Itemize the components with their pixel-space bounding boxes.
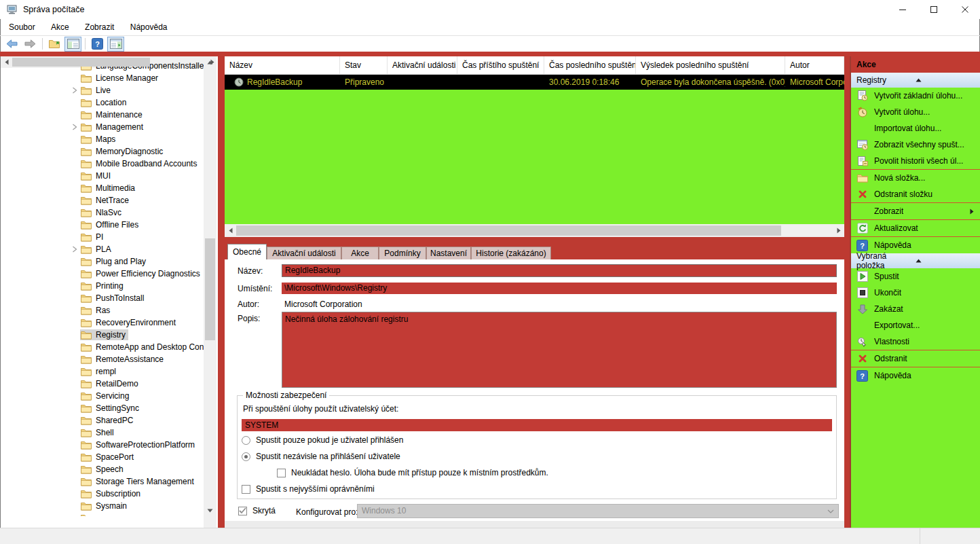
collapse-icon[interactable] [916, 78, 975, 82]
menu-napoveda[interactable]: Nápověda [124, 19, 174, 35]
tree-item-core[interactable]: Servicing [80, 391, 132, 401]
radio-run-independent[interactable] [242, 452, 250, 461]
tree-item-core[interactable]: Mobile Broadband Accounts [80, 158, 200, 169]
tree-item-core[interactable]: Power Efficiency Diagnostics [80, 268, 203, 279]
tree-item-core[interactable]: RemoteApp and Desktop Connections [80, 342, 204, 352]
back-button[interactable] [3, 37, 20, 52]
task-row[interactable]: RegIdleBackupPřipraveno30.06.2019 0:18:4… [225, 75, 844, 90]
tree-item[interactable]: Maps [1, 133, 204, 145]
configure-for-dropdown[interactable]: Windows 10 [357, 504, 839, 518]
tree-item[interactable]: RemoteApp and Desktop Connections [1, 341, 204, 353]
tree-item-core[interactable]: SharedPC [80, 415, 136, 426]
tree-item-core[interactable]: Multimedia [80, 183, 138, 194]
expand-arrow-icon[interactable] [69, 85, 80, 96]
tree-item[interactable]: Printing [1, 280, 204, 292]
checkbox-hidden[interactable] [238, 507, 247, 515]
tree-item[interactable] [1, 512, 204, 516]
tree-item-core[interactable]: RetailDemo [80, 378, 141, 389]
tree-item[interactable]: Servicing [1, 390, 204, 402]
tree-item-core[interactable] [80, 513, 98, 517]
column-header-n-zev[interactable]: Název [225, 56, 340, 74]
collapse-icon[interactable] [916, 259, 975, 263]
tree-item[interactable]: rempl [1, 365, 204, 378]
column-header-aktiva-n-ud-losti[interactable]: Aktivační události [388, 56, 457, 74]
scroll-down-icon[interactable] [204, 505, 216, 515]
action-exportovat[interactable]: Exportovat... [851, 317, 980, 333]
tree-item[interactable]: RecoveryEnvironment [1, 316, 204, 329]
tree-item-core[interactable]: Maintenance [80, 109, 145, 120]
column-header-as-p-t-ho-spu-t-n[interactable]: Čas příštího spuštění [457, 56, 544, 74]
list-horizontal-scrollbar[interactable] [225, 224, 844, 237]
tree-item[interactable]: PLA [1, 243, 204, 255]
tree-item[interactable]: SharedPC [1, 414, 204, 427]
tree-item[interactable]: Live [1, 84, 204, 96]
tab-historie-zak-z-no[interactable]: Historie (zakázáno) [471, 247, 551, 259]
tree-item[interactable]: Multimedia [1, 182, 204, 194]
tree-item-core[interactable]: Storage Tiers Management [80, 476, 197, 487]
tree-item[interactable]: Maintenance [1, 109, 204, 121]
tree-item-core[interactable]: Plug and Play [80, 256, 149, 267]
tree-item[interactable]: PI [1, 231, 204, 243]
tree-item-core[interactable]: Live [80, 85, 113, 96]
tree-item-core[interactable]: RemoteAssistance [80, 354, 166, 365]
tree-item-core[interactable]: Registry [80, 329, 128, 340]
action-zobrazit[interactable]: Zobrazit [851, 203, 980, 219]
tree-item[interactable]: Speech [1, 463, 204, 475]
column-header-autor[interactable]: Autor [785, 56, 844, 74]
tree-item[interactable]: PushToInstall [1, 292, 204, 304]
tree-item-core[interactable]: SettingSync [80, 403, 142, 414]
show-action-pane-button[interactable] [107, 37, 124, 52]
tree-item-core[interactable]: Speech [80, 464, 126, 475]
action-odstranit-slo-ku[interactable]: Odstranit složku [851, 186, 980, 202]
tree-item-core[interactable]: MemoryDiagnostic [80, 146, 166, 157]
tree-item[interactable]: MemoryDiagnostic [1, 145, 204, 158]
action-nov-slo-ka[interactable]: Nová složka... [851, 170, 980, 186]
tree-item-core[interactable]: MUI [80, 170, 113, 181]
tree-item-core[interactable]: PushToInstall [80, 293, 147, 304]
tree-item[interactable]: NetTrace [1, 194, 204, 206]
list-hscroll-thumb[interactable] [236, 225, 781, 236]
tree-item[interactable]: Storage Tiers Management [1, 475, 204, 488]
scroll-left-icon[interactable] [1, 56, 12, 68]
tree-item[interactable]: Sysmain [1, 500, 204, 512]
action-n-pov-da[interactable]: ?Nápověda [851, 237, 980, 253]
action-vytvo-it-z-kladn-lohu[interactable]: Vytvořit základní úlohu... [851, 88, 980, 104]
tree-item-core[interactable]: NlaSvc [80, 207, 124, 218]
action-vlastnosti[interactable]: Vlastnosti [851, 333, 980, 350]
maximize-button[interactable] [918, 0, 949, 19]
up-one-level-button[interactable] [46, 37, 63, 52]
task-name-field[interactable]: RegIdleBackup [282, 264, 837, 277]
tree-item[interactable]: Shell [1, 427, 204, 439]
menu-soubor[interactable]: Soubor [2, 19, 42, 35]
tree-item[interactable]: Management [1, 121, 204, 133]
tree-item-core[interactable]: SpacePort [80, 452, 136, 463]
tree-item[interactable]: License Manager [1, 72, 204, 84]
help-button[interactable]: ? [89, 37, 106, 52]
expand-arrow-icon[interactable] [69, 244, 80, 255]
tree-item[interactable]: NlaSvc [1, 206, 204, 219]
tree-item[interactable]: SettingSync [1, 402, 204, 414]
task-description-field[interactable]: Nečinná úloha zálohování registru [282, 312, 837, 388]
task-location-field[interactable]: \Microsoft\Windows\Registry [282, 283, 837, 294]
tab-obecn[interactable]: Obecné [227, 244, 267, 259]
action-spustit[interactable]: Spustit [851, 268, 980, 285]
action-zak-zat[interactable]: Zakázat [851, 301, 980, 317]
tree-item-core[interactable]: Location [80, 97, 129, 108]
tree-vscroll-thumb[interactable] [205, 238, 215, 340]
tree-item[interactable]: Power Efficiency Diagnostics [1, 268, 204, 280]
action-vytvo-it-lohu[interactable]: Vytvořit úlohu... [851, 104, 980, 120]
tree-item-core[interactable]: Management [80, 122, 146, 132]
scroll-right-icon[interactable] [207, 56, 217, 68]
action-aktualizovat[interactable]: Aktualizovat [851, 220, 980, 236]
tree-item-core[interactable]: Maps [80, 134, 118, 145]
tab-podm-nky[interactable]: Podmínky [379, 247, 426, 259]
tree-item-core[interactable]: rempl [80, 366, 119, 377]
checkbox-highest-privileges[interactable] [242, 485, 250, 494]
tree-hscroll-thumb[interactable] [12, 58, 150, 67]
action-group-header-vybran-polo-ka[interactable]: Vybraná položka [851, 253, 980, 268]
tree-item-core[interactable]: Shell [80, 427, 117, 438]
forward-button[interactable] [22, 37, 39, 52]
tree-item-core[interactable]: Printing [80, 280, 126, 291]
tab-aktiva-n-ud-losti[interactable]: Aktivační události [267, 247, 341, 259]
show-console-tree-button[interactable] [64, 37, 81, 52]
